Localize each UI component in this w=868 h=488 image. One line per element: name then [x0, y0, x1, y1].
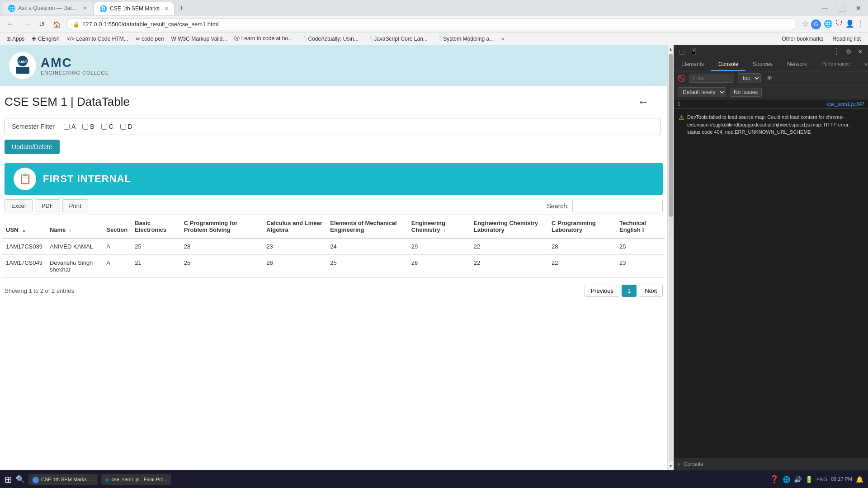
cell-tech_english: 25: [616, 238, 665, 255]
bookmark-js-core[interactable]: 📄 JavaScript Core Lan...: [363, 34, 430, 43]
cell-name: Devanshu Singh shekhar: [46, 255, 103, 278]
minimize-button[interactable]: —: [817, 3, 833, 14]
bookmark-system-modeling[interactable]: 📄 System Modeling a...: [432, 34, 496, 43]
reading-list[interactable]: Reading list: [829, 34, 864, 43]
cell-section: A: [103, 238, 131, 255]
tab2-close-icon[interactable]: ✕: [164, 5, 169, 12]
forward-button[interactable]: →: [20, 19, 33, 30]
devtools-panel: ⬚ 📱 ⋮ ⚙ ✕ Elements Console Sources Netwo…: [674, 45, 868, 470]
tab1-close-icon[interactable]: ✕: [83, 5, 87, 11]
taskbar-search[interactable]: 🔍: [16, 475, 25, 483]
taskbar-start[interactable]: ⊞: [5, 474, 12, 485]
no-issues-button[interactable]: No Issues: [730, 88, 762, 97]
scroll-track[interactable]: [669, 54, 673, 461]
other-bookmarks[interactable]: Other bookmarks: [778, 34, 827, 43]
taskbar-notifications[interactable]: 🔔: [856, 476, 863, 483]
back-button[interactable]: ←: [4, 19, 17, 30]
filter-option-a[interactable]: A: [64, 123, 75, 130]
cell-c_prog_lab: 28: [548, 238, 616, 255]
print-button[interactable]: Print: [62, 199, 88, 212]
scroll-down-arrow[interactable]: ▼: [667, 462, 674, 470]
next-page-button[interactable]: Next: [639, 285, 663, 297]
devtools-eye-icon[interactable]: 👁: [766, 75, 773, 82]
taskbar-volume-icon[interactable]: 🔊: [794, 476, 802, 483]
home-button[interactable]: 🏠: [50, 20, 63, 29]
export-buttons: Excel PDF Print: [5, 199, 88, 212]
bookmark-more[interactable]: »: [498, 34, 507, 43]
bookmark-codeactually[interactable]: 📄 CodeActually: Usin...: [297, 34, 361, 43]
devtools-more-icon[interactable]: ⋮: [833, 47, 841, 56]
devtools-tab-elements[interactable]: Elements: [674, 58, 711, 71]
cell-basic_electronics: 21: [131, 255, 180, 278]
col-name[interactable]: Name ↕: [46, 215, 103, 239]
filter-option-b[interactable]: B: [82, 123, 94, 130]
page-header: AMC AMC ENGINEERING COLLEGE: [0, 45, 667, 86]
devtools-settings-icon[interactable]: ⚙: [844, 47, 853, 56]
devtools-error-item: ⚠ DevTools failed to load source map: Co…: [678, 112, 864, 138]
devtools-top-dropdown[interactable]: top: [738, 73, 761, 83]
pdf-button[interactable]: PDF: [35, 199, 60, 212]
maximize-button[interactable]: ⬜: [834, 3, 850, 14]
taskbar-chrome[interactable]: ⬤ CSE 1th SEM Marks -...: [28, 474, 98, 485]
browser-tab-active[interactable]: 🌐 CSE 1th SEM Marks ✕: [94, 2, 175, 15]
banner-title: FIRST INTERNAL: [43, 173, 131, 185]
warning-icon: ⚠: [679, 114, 684, 121]
filter-checkbox-group: A B C D: [64, 123, 132, 130]
devtools-tab-performance[interactable]: Performance: [814, 58, 857, 71]
devtools-tab-more[interactable]: »: [857, 58, 868, 71]
scroll-up-arrow[interactable]: ▲: [667, 45, 674, 53]
taskbar-vscode[interactable]: ◈ cse_sem1.js - Final Pro...: [101, 474, 171, 485]
more-tools-icon[interactable]: ⋮: [857, 19, 864, 29]
filter-option-c[interactable]: C: [101, 123, 113, 130]
pagination-info: Showing 1 to 2 of 2 entries: [5, 287, 74, 294]
devtools-levels-dropdown[interactable]: Default levels: [678, 87, 726, 97]
browser-tab-inactive[interactable]: 🌐 Ask a Question — DataTables for ✕: [2, 2, 93, 14]
devtools-expand-arrow[interactable]: ›: [678, 460, 680, 468]
reload-button[interactable]: ↺: [36, 19, 47, 29]
current-page-button[interactable]: 1: [622, 285, 637, 297]
previous-page-button[interactable]: Previous: [585, 285, 619, 297]
close-browser-button[interactable]: ✕: [851, 3, 866, 14]
devtools-tab-console[interactable]: Console: [711, 58, 745, 71]
bookmark-icon[interactable]: ☆: [802, 19, 808, 29]
checkbox-b[interactable]: [82, 124, 88, 130]
bookmark-learn-html[interactable]: </> Learn to Code HTM...: [64, 34, 131, 43]
back-arrow-button[interactable]: ←: [631, 93, 656, 111]
search-input[interactable]: [572, 200, 663, 212]
devtools-device-icon[interactable]: 📱: [689, 47, 698, 56]
bookmark-cenglish[interactable]: ✚ CEnglish: [29, 34, 62, 43]
vpn-icon[interactable]: 🛡: [835, 19, 843, 29]
update-delete-button[interactable]: Update/Delete: [5, 140, 60, 154]
checkbox-d[interactable]: [120, 124, 126, 130]
translate-icon[interactable]: 🌐: [824, 19, 833, 29]
bookmark-codepen[interactable]: ✏ code pen: [133, 34, 167, 43]
bookmark-learn-code[interactable]: Ⓐ Learn to code at ho...: [231, 33, 295, 44]
col-c-programming: C Programming for Problem Solving: [180, 215, 263, 239]
taskbar-help-icon[interactable]: ❓: [770, 475, 779, 483]
checkbox-a[interactable]: [64, 124, 70, 130]
bookmark-apps[interactable]: ⊞127.0.0.1:5500/datatable_result_cse/cse…: [4, 34, 27, 43]
devtools-footer: › Console: [674, 458, 868, 470]
profile-icon[interactable]: 👤: [845, 19, 854, 29]
taskbar-network-icon[interactable]: 🌐: [783, 476, 790, 483]
devtools-filter-input[interactable]: [689, 74, 734, 83]
extensions-icon[interactable]: G: [811, 19, 821, 29]
devtools-close-icon[interactable]: ✕: [856, 47, 864, 56]
pagination-buttons: Previous 1 Next: [585, 285, 663, 297]
cell-elements_mech: 24: [326, 238, 408, 255]
excel-button[interactable]: Excel: [5, 199, 33, 212]
devtools-tab-network[interactable]: Network: [780, 58, 814, 71]
filter-option-d[interactable]: D: [120, 123, 132, 130]
col-usn[interactable]: USN ▲: [2, 215, 46, 239]
devtools-tab-sources[interactable]: Sources: [745, 58, 780, 71]
devtools-file-count: 0: [678, 101, 680, 107]
search-row: Search:: [547, 200, 663, 212]
checkbox-c[interactable]: [101, 124, 107, 130]
devtools-block-icon[interactable]: 🚫: [678, 75, 685, 82]
devtools-inspect-icon[interactable]: ⬚: [678, 47, 686, 56]
devtools-file-link[interactable]: cse_sem1.js:347: [827, 101, 864, 107]
logo: AMC: [9, 52, 36, 79]
bookmark-w3c[interactable]: W W3C Markup Valid...: [169, 34, 230, 43]
new-tab-button[interactable]: +: [175, 1, 188, 16]
address-bar[interactable]: 🔒 127.0.0.1:5500/datatable_result_cse/cs…: [66, 18, 797, 30]
